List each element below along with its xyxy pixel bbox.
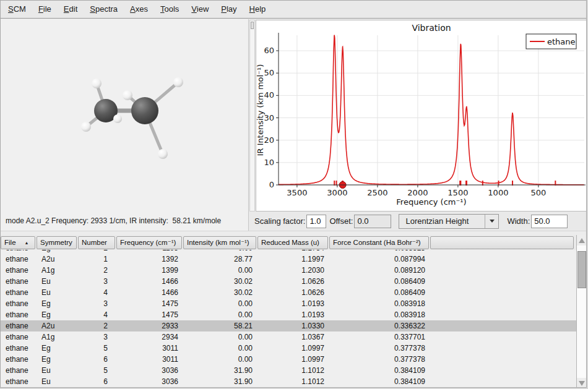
menu-item-edit[interactable]: Edit	[58, 1, 84, 18]
table-row[interactable]: ethaneEu3146630.021.06260.086409	[1, 276, 576, 287]
cell-file: ethane	[1, 298, 37, 309]
column-header-symmetry[interactable]: Symmetry	[37, 236, 77, 249]
atom-H[interactable]	[113, 114, 122, 123]
menu-item-tools[interactable]: Tools	[154, 1, 185, 18]
cell-file: ethane	[1, 320, 37, 331]
x-tick-label: 500	[530, 188, 546, 197]
cell-frequency: 1392	[116, 254, 183, 265]
x-axis-label: Frequency (cm⁻¹)	[396, 197, 466, 207]
table-scrollbar-thumb[interactable]	[577, 251, 586, 288]
cell-file: ethane	[1, 265, 37, 276]
cell-symmetry: A2u	[37, 254, 78, 265]
column-header-frequency[interactable]: Frequency (cm⁻¹)	[116, 236, 182, 249]
combo-arrow-section[interactable]	[485, 215, 498, 228]
menu-item-scm[interactable]: SCM	[2, 1, 32, 18]
cell-frequency: 2934	[116, 331, 183, 343]
y-tick-label: 10	[264, 158, 274, 167]
cell-intensity: 0.00	[183, 354, 257, 365]
molecule-panel[interactable]: mode A2.u_2 Frequency: 2933 1/cm, IR int…	[1, 19, 249, 231]
scroll-up-button[interactable]	[577, 235, 587, 246]
cell-number: 2	[78, 265, 116, 276]
table-row[interactable]: ethaneEu4146630.021.06260.086409	[1, 287, 576, 298]
y-tick-label: 50	[264, 68, 274, 77]
cell-frequency: 3036	[116, 376, 183, 387]
vibrations-table: File▲SymmetryNumberFrequency (cm⁻¹)Inten…	[1, 235, 576, 387]
atom-H[interactable]	[92, 79, 102, 88]
cell-force: 0.086409	[329, 287, 430, 298]
atom-C[interactable]	[131, 97, 158, 124]
offset-input[interactable]	[354, 215, 391, 228]
cell-frequency: 1466	[116, 276, 183, 287]
menu-item-play[interactable]: Play	[215, 1, 243, 18]
cell-symmetry: Eg	[37, 309, 78, 320]
cell-reduced: 1.0330	[257, 320, 329, 331]
menu-item-file[interactable]: File	[32, 1, 58, 18]
cell-reduced: 1.0997	[257, 354, 329, 365]
cell-frequency: 1466	[116, 287, 183, 298]
table-row[interactable]: ethaneA1g213990.001.20300.089120	[1, 265, 576, 276]
column-header-file[interactable]: File▲	[1, 236, 35, 249]
table-row[interactable]: ethaneA1g329340.001.03670.337701	[1, 331, 576, 343]
cell-force: 0.083918	[329, 298, 430, 309]
panel-splitter[interactable]	[1, 231, 586, 235]
column-header-number[interactable]: Number	[78, 236, 115, 249]
atom-H[interactable]	[158, 149, 168, 159]
column-header-filler	[430, 236, 574, 249]
cell-frequency: 1475	[116, 309, 183, 320]
cell-symmetry: Eg	[37, 343, 78, 354]
cell-number: 6	[78, 354, 116, 365]
cell-symmetry: A2u	[37, 320, 78, 331]
table-row[interactable]: ethaneEu5303631.901.10120.384109	[1, 365, 576, 376]
x-tick-label: 3500	[287, 188, 307, 197]
menu-item-help[interactable]: Help	[243, 1, 272, 18]
cell-frequency: 3011	[116, 354, 183, 365]
table-row[interactable]: ethaneEg314750.001.01930.083918	[1, 298, 576, 309]
cell-force: 0.337701	[329, 331, 430, 343]
cell-frequency: 1475	[116, 298, 183, 309]
cell-reduced: 1.1012	[257, 365, 329, 376]
cell-reduced: 1.0193	[257, 309, 329, 320]
cell-file: ethane	[1, 365, 37, 376]
cell-force: 0.377378	[329, 343, 430, 354]
menu-item-axes[interactable]: Axes	[124, 1, 154, 18]
column-header-force[interactable]: Force Constant (Ha Bohr⁻²)	[329, 236, 429, 249]
cell-file: ethane	[1, 309, 37, 320]
table-row[interactable]: ethaneA2u1139228.771.19970.087994	[1, 254, 576, 265]
width-label: Width:	[507, 216, 530, 226]
cell-reduced: 1.0626	[257, 287, 329, 298]
cell-force: 0.384109	[329, 376, 430, 387]
column-header-intensity[interactable]: Intensity (km mol⁻¹)	[183, 236, 256, 249]
menu-item-view[interactable]: View	[185, 1, 215, 18]
cell-number: 1	[78, 254, 116, 265]
y-tick-label: 30	[264, 113, 274, 122]
cell-symmetry: A1g	[37, 331, 78, 343]
cell-intensity: 0.00	[183, 331, 257, 343]
cell-number: 6	[78, 376, 116, 387]
chart-title: Vibration	[412, 23, 451, 33]
column-header-reduced[interactable]: Reduced Mass (u)	[257, 236, 328, 249]
chart-scrollbar-thumb[interactable]	[251, 22, 254, 29]
atom-H[interactable]	[81, 122, 91, 132]
cell-frequency: 3036	[116, 365, 183, 376]
table-row[interactable]: ethaneEg414750.001.01930.083918	[1, 309, 576, 320]
spectrum-chart[interactable]: 3500300025002000150010005000102030405060…	[256, 20, 587, 212]
scroll-down-button[interactable]	[577, 378, 587, 388]
table-scrollbar[interactable]	[576, 235, 587, 388]
menu-item-spectra[interactable]: Spectra	[84, 1, 124, 18]
atom-H[interactable]	[123, 90, 132, 100]
cell-number: 3	[78, 276, 116, 287]
width-input[interactable]	[531, 215, 568, 228]
lineshape-select[interactable]: Lorentzian Height	[399, 214, 499, 229]
table-row[interactable]: ethaneA2u2293358.211.03300.336322	[1, 320, 576, 331]
atom-H[interactable]	[173, 77, 183, 87]
table-row[interactable]: ethaneEg530110.001.09970.377378	[1, 343, 576, 354]
chart-scrollbar[interactable]	[249, 20, 255, 212]
cell-number: 3	[78, 298, 116, 309]
molecule-viewport[interactable]	[1, 19, 249, 211]
cell-reduced: 1.1997	[257, 254, 329, 265]
scaling-factor-input[interactable]	[306, 215, 326, 228]
cell-symmetry: Eg	[37, 298, 78, 309]
arrow-up-icon	[579, 238, 585, 243]
table-row[interactable]: ethaneEg630110.001.09970.377378	[1, 354, 576, 365]
table-row[interactable]: ethaneEu6303631.901.10120.384109	[1, 376, 576, 387]
